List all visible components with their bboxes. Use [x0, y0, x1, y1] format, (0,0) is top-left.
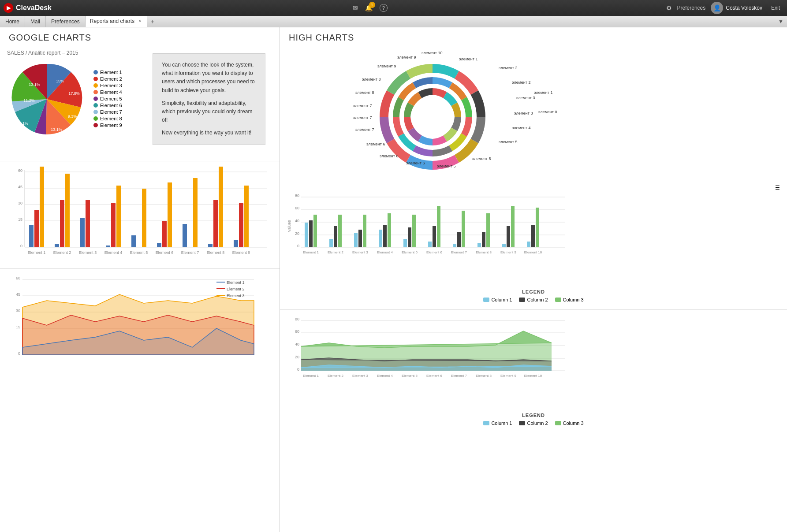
svg-text:Element 2: Element 2 — [227, 287, 245, 291]
svg-rect-125 — [477, 243, 481, 247]
svg-rect-18 — [29, 225, 34, 247]
svg-rect-30 — [142, 189, 146, 247]
svg-text:40: 40 — [295, 219, 299, 223]
svg-text:Element 3: Element 3 — [227, 294, 245, 298]
right-panel: HIGH CHARTS — [280, 27, 787, 532]
svg-rect-133 — [536, 208, 539, 247]
svg-text:элемент 3: элемент 3 — [514, 111, 533, 115]
svg-text:Element 8: Element 8 — [476, 250, 492, 254]
svg-rect-127 — [486, 213, 490, 247]
main-content: GOOGLE CHARTS SALES / Analitic report – … — [0, 27, 787, 532]
topbar: ▶ ClevaDesk ✉ 🔔 1 ? ⚙ Preferences 👤 Cost… — [0, 0, 787, 16]
svg-text:элемент 6: элемент 6 — [366, 142, 385, 146]
area-legend-color-col2 — [519, 421, 525, 425]
svg-text:20: 20 — [295, 355, 299, 359]
svg-text:0: 0 — [18, 351, 20, 356]
svg-rect-33 — [168, 182, 172, 247]
svg-text:Element 10: Element 10 — [524, 250, 542, 254]
svg-text:45: 45 — [18, 185, 22, 189]
svg-text:Element 3: Element 3 — [352, 250, 369, 254]
tab-dropdown[interactable]: ▼ — [775, 16, 787, 27]
svg-rect-108 — [334, 226, 337, 247]
svg-text:0: 0 — [20, 244, 22, 248]
svg-text:11.2%: 11.2% — [23, 98, 35, 103]
svg-text:элемент 0: элемент 0 — [538, 110, 557, 114]
svg-text:45: 45 — [16, 292, 20, 297]
svg-rect-104 — [305, 223, 308, 247]
pie-legend: Element 1 Element 2 Element 3 Element 4 … — [93, 70, 122, 129]
svg-text:20: 20 — [295, 231, 299, 236]
tab-mail[interactable]: Mail — [25, 16, 46, 27]
svg-rect-21 — [55, 244, 59, 247]
svg-rect-123 — [457, 232, 461, 247]
area-legend-color-col1 — [483, 421, 489, 425]
svg-rect-109 — [338, 215, 342, 247]
legend-item-col1: Column 1 — [483, 297, 512, 302]
topbar-right: ⚙ Preferences 👤 Costa Voloskov Exit — [666, 2, 783, 14]
svg-text:Element 9: Element 9 — [232, 250, 250, 255]
user-info: 👤 Costa Voloskov — [711, 2, 762, 14]
svg-rect-19 — [34, 210, 39, 247]
svg-text:элемент 2: элемент 2 — [499, 66, 517, 70]
legend-color-col3 — [555, 298, 561, 302]
svg-rect-131 — [527, 242, 530, 247]
svg-rect-117 — [408, 227, 411, 247]
area-legend-label-col2: Column 2 — [527, 420, 548, 426]
high-charts-title: HIGH CHARTS — [280, 27, 787, 46]
line-chart-area: 60 45 30 15 0 Element 1 — [0, 269, 280, 380]
avatar: 👤 — [711, 2, 723, 14]
svg-text:Element 5: Element 5 — [402, 250, 418, 254]
topbar-pref-icon[interactable]: ⚙ — [666, 4, 672, 11]
svg-rect-20 — [40, 167, 44, 247]
pie-chart-area: SALES / Analitic report – 2015 — [0, 46, 145, 156]
svg-rect-26 — [106, 246, 110, 247]
exit-button[interactable]: Exit — [768, 4, 783, 12]
svg-rect-27 — [111, 203, 116, 247]
svg-rect-106 — [313, 215, 317, 247]
area-legend-label-col3: Column 3 — [563, 420, 584, 426]
info-para1: You can choose the look of the system, w… — [162, 61, 256, 95]
legend-label-col3: Column 3 — [563, 297, 584, 302]
area-legend-item-col2: Column 2 — [519, 420, 548, 426]
svg-text:Element 10: Element 10 — [524, 374, 542, 378]
info-para3: Now everything is the way you want it! — [162, 129, 256, 137]
svg-text:80: 80 — [295, 193, 299, 198]
svg-rect-105 — [309, 220, 313, 247]
tab-reports[interactable]: Reports and charts × — [86, 16, 147, 27]
svg-rect-37 — [213, 200, 218, 247]
tab-home[interactable]: Home — [0, 16, 25, 27]
svg-text:9.3%: 9.3% — [68, 114, 77, 119]
hc-bar-legend-title: LEGEND — [287, 289, 780, 294]
area-legend-item-col3: Column 3 — [555, 420, 584, 426]
svg-rect-118 — [412, 215, 416, 247]
hc-area-legend-title: LEGEND — [287, 413, 780, 418]
bar-chart-svg: 60 45 30 15 0 — [7, 166, 272, 263]
svg-text:Element 1: Element 1 — [303, 250, 319, 254]
svg-rect-40 — [239, 203, 243, 247]
svg-text:элемент 2: элемент 2 — [512, 80, 530, 85]
pie-container: 15% 17.8% 9.3% 13.1% 12.1% 11.2% 13.1% E… — [7, 60, 138, 139]
hc-area-svg: 80 60 40 20 0 — [287, 314, 578, 411]
notification-icon[interactable]: 🔔 1 — [365, 4, 373, 11]
svg-text:элемент 8: элемент 8 — [355, 90, 374, 95]
area-legend-item-col1: Column 1 — [483, 420, 512, 426]
svg-text:элемент 1: элемент 1 — [459, 57, 477, 61]
hc-menu-icon[interactable]: ☰ — [287, 185, 780, 191]
svg-text:Element 6: Element 6 — [426, 250, 443, 254]
legend-color-col2 — [519, 298, 525, 302]
svg-rect-110 — [354, 233, 358, 247]
mail-icon[interactable]: ✉ — [353, 4, 358, 11]
tab-preferences[interactable]: Preferences — [46, 16, 86, 27]
svg-text:элемент 5: элемент 5 — [437, 164, 455, 168]
tab-add-button[interactable]: + — [147, 16, 158, 27]
topbar-preferences-link[interactable]: Preferences — [677, 5, 706, 11]
notification-badge: 1 — [369, 2, 375, 8]
info-box-area: You can choose the look of the system, w… — [145, 46, 280, 156]
svg-text:Element 1: Element 1 — [227, 280, 245, 285]
help-icon[interactable]: ? — [380, 4, 388, 12]
svg-rect-32 — [162, 221, 167, 247]
svg-rect-130 — [511, 206, 515, 247]
bar-chart-area: 60 45 30 15 0 — [0, 161, 280, 269]
tab-close-button[interactable]: × — [137, 18, 142, 24]
svg-rect-31 — [157, 243, 161, 247]
